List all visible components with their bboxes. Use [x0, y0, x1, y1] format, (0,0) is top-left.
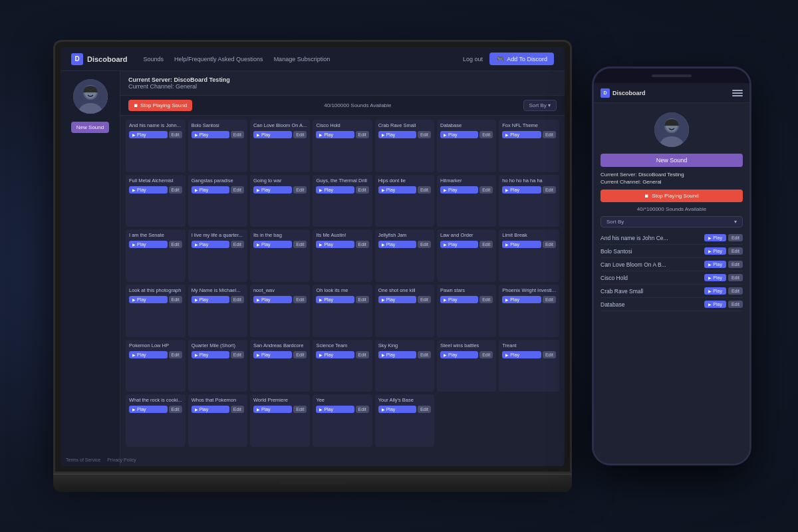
phone-edit-button[interactable]: Edit	[728, 234, 743, 241]
nav-sounds[interactable]: Sounds	[144, 56, 164, 63]
phone-play-button[interactable]: Play	[704, 301, 726, 308]
play-button[interactable]: Play	[316, 351, 354, 358]
edit-button[interactable]: Edit	[418, 351, 431, 358]
play-button[interactable]: Play	[378, 186, 416, 194]
edit-button[interactable]: Edit	[169, 406, 182, 413]
edit-button[interactable]: Edit	[356, 241, 369, 248]
new-sound-button[interactable]: New Sound	[71, 122, 109, 133]
edit-button[interactable]: Edit	[293, 241, 307, 248]
play-button[interactable]: Play	[253, 241, 292, 248]
edit-button[interactable]: Edit	[356, 131, 369, 138]
play-button[interactable]: Play	[316, 186, 354, 194]
play-button[interactable]: Play	[253, 296, 292, 303]
edit-button[interactable]: Edit	[293, 186, 307, 194]
play-button[interactable]: Play	[192, 241, 229, 248]
play-button[interactable]: Play	[129, 131, 168, 138]
play-button[interactable]: Play	[253, 186, 292, 194]
nav-faq[interactable]: Help/Frequently Asked Questions	[174, 56, 263, 63]
edit-button[interactable]: Edit	[479, 241, 493, 248]
phone-new-sound-button[interactable]: New Sound	[600, 154, 743, 167]
edit-button[interactable]: Edit	[231, 406, 244, 413]
phone-play-button[interactable]: Play	[704, 261, 726, 268]
edit-button[interactable]: Edit	[293, 131, 307, 138]
play-button[interactable]: Play	[440, 241, 478, 248]
phone-play-button[interactable]: Play	[704, 287, 726, 295]
edit-button[interactable]: Edit	[479, 131, 493, 138]
phone-edit-button[interactable]: Edit	[728, 301, 743, 308]
edit-button[interactable]: Edit	[543, 241, 556, 248]
privacy-link[interactable]: Privacy Policy	[107, 458, 136, 462]
edit-button[interactable]: Edit	[356, 186, 369, 194]
edit-button[interactable]: Edit	[543, 351, 556, 358]
edit-button[interactable]: Edit	[418, 406, 431, 413]
phone-edit-button[interactable]: Edit	[728, 247, 743, 255]
play-button[interactable]: Play	[316, 131, 354, 138]
add-discord-button[interactable]: 🎮 Add To Discord	[489, 53, 554, 65]
play-button[interactable]: Play	[192, 131, 229, 138]
stop-playing-button[interactable]: Stop Playing Sound	[128, 100, 192, 111]
play-button[interactable]: Play	[502, 351, 541, 358]
play-button[interactable]: Play	[253, 351, 292, 358]
edit-button[interactable]: Edit	[293, 296, 307, 303]
edit-button[interactable]: Edit	[418, 241, 431, 248]
edit-button[interactable]: Edit	[418, 296, 431, 303]
play-button[interactable]: Play	[440, 131, 478, 138]
play-button[interactable]: Play	[129, 406, 168, 413]
play-button[interactable]: Play	[129, 186, 168, 194]
edit-button[interactable]: Edit	[418, 131, 431, 138]
edit-button[interactable]: Edit	[231, 351, 244, 358]
phone-menu-icon[interactable]	[732, 90, 743, 96]
play-button[interactable]: Play	[378, 241, 416, 248]
play-button[interactable]: Play	[378, 406, 416, 413]
play-button[interactable]: Play	[378, 296, 416, 303]
phone-sort-button[interactable]: Sort By ▾	[600, 216, 743, 227]
phone-edit-button[interactable]: Edit	[728, 274, 743, 281]
sort-by-button[interactable]: Sort By ▾	[523, 100, 557, 111]
edit-button[interactable]: Edit	[543, 296, 556, 303]
edit-button[interactable]: Edit	[231, 241, 244, 248]
play-button[interactable]: Play	[502, 296, 541, 303]
edit-button[interactable]: Edit	[169, 296, 182, 303]
play-button[interactable]: Play	[192, 406, 229, 413]
play-button[interactable]: Play	[378, 131, 416, 138]
edit-button[interactable]: Edit	[479, 296, 493, 303]
phone-stop-button[interactable]: Stop Playing Sound	[600, 190, 743, 202]
edit-button[interactable]: Edit	[169, 186, 182, 194]
phone-edit-button[interactable]: Edit	[728, 287, 743, 295]
play-button[interactable]: Play	[129, 241, 168, 248]
edit-button[interactable]: Edit	[231, 131, 244, 138]
edit-button[interactable]: Edit	[543, 186, 556, 194]
edit-button[interactable]: Edit	[169, 131, 182, 138]
play-button[interactable]: Play	[440, 296, 478, 303]
edit-button[interactable]: Edit	[543, 131, 556, 138]
play-button[interactable]: Play	[440, 351, 478, 358]
play-button[interactable]: Play	[502, 131, 541, 138]
edit-button[interactable]: Edit	[293, 406, 307, 413]
edit-button[interactable]: Edit	[231, 186, 244, 194]
edit-button[interactable]: Edit	[356, 296, 369, 303]
play-button[interactable]: Play	[316, 241, 354, 248]
phone-edit-button[interactable]: Edit	[728, 261, 743, 268]
edit-button[interactable]: Edit	[169, 351, 182, 358]
play-button[interactable]: Play	[192, 186, 229, 194]
terms-link[interactable]: Terms of Service	[66, 458, 100, 462]
play-button[interactable]: Play	[192, 351, 229, 358]
phone-play-button[interactable]: Play	[704, 234, 726, 241]
play-button[interactable]: Play	[316, 406, 354, 413]
play-button[interactable]: Play	[502, 186, 541, 194]
edit-button[interactable]: Edit	[479, 186, 493, 194]
nav-logout[interactable]: Log out	[463, 56, 483, 63]
play-button[interactable]: Play	[129, 351, 168, 358]
edit-button[interactable]: Edit	[418, 186, 431, 194]
play-button[interactable]: Play	[192, 296, 229, 303]
edit-button[interactable]: Edit	[356, 406, 369, 413]
edit-button[interactable]: Edit	[231, 296, 244, 303]
play-button[interactable]: Play	[378, 351, 416, 358]
phone-play-button[interactable]: Play	[704, 274, 726, 281]
edit-button[interactable]: Edit	[479, 351, 493, 358]
edit-button[interactable]: Edit	[293, 351, 307, 358]
edit-button[interactable]: Edit	[356, 351, 369, 358]
play-button[interactable]: Play	[440, 186, 478, 194]
play-button[interactable]: Play	[129, 296, 168, 303]
nav-subscription[interactable]: Manage Subscription	[274, 56, 331, 63]
